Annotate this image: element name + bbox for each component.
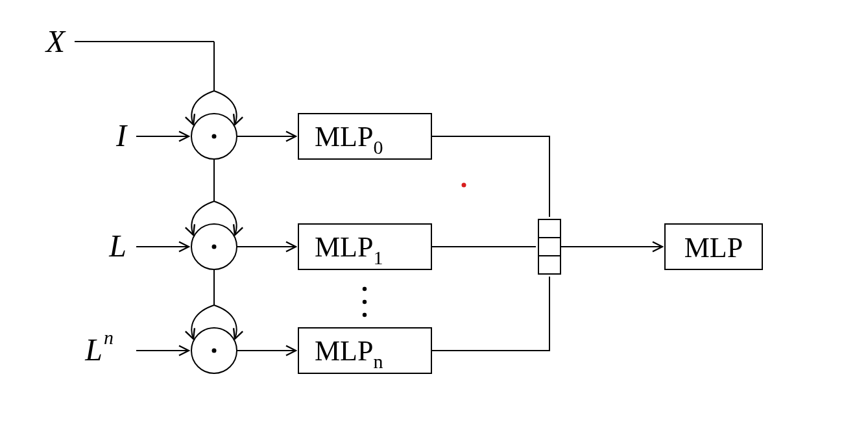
svg-text:MLP: MLP	[684, 232, 743, 264]
label-input-i: I	[115, 118, 128, 153]
label-input-l: L	[108, 229, 127, 263]
svg-rect-19	[538, 256, 561, 274]
wire-mlp0-to-concat	[431, 136, 549, 217]
mlp-box-0: MLP0	[298, 114, 431, 159]
svg-rect-17	[538, 219, 561, 238]
label-input-l-power-n: L n	[84, 327, 114, 367]
label-input-x: X	[45, 24, 66, 58]
svg-text:MLP1: MLP1	[315, 231, 383, 268]
combine-node-1	[191, 224, 237, 269]
svg-text:MLPn: MLPn	[315, 335, 383, 372]
mlp-box-1: MLP1	[298, 224, 431, 269]
svg-point-16	[363, 313, 367, 317]
svg-point-5	[212, 245, 217, 249]
wire-mlpn-to-concat	[431, 277, 549, 351]
mlp-box-final: MLP	[665, 224, 762, 269]
svg-rect-18	[538, 238, 561, 256]
ellipsis-vertical	[363, 287, 367, 317]
combine-node-0	[191, 114, 237, 159]
svg-text:L: L	[84, 332, 102, 367]
red-dot-artifact	[462, 183, 466, 188]
wire-x-trunk	[75, 42, 214, 91]
svg-point-7	[212, 349, 217, 353]
concat-stack	[538, 219, 561, 274]
mlp-box-n: MLPn	[298, 328, 431, 373]
svg-point-14	[363, 287, 367, 291]
combine-node-n	[191, 328, 237, 373]
svg-text:n: n	[104, 327, 114, 348]
svg-point-3	[212, 134, 217, 139]
svg-text:MLP0: MLP0	[315, 121, 383, 158]
svg-point-15	[363, 300, 367, 304]
